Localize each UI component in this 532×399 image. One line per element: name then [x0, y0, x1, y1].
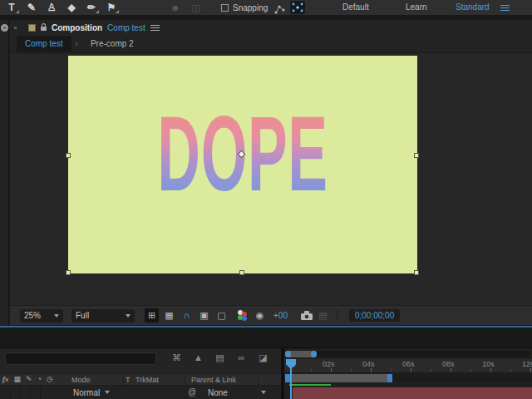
- workspace-default[interactable]: Default: [342, 0, 369, 15]
- av-column-divider: [30, 387, 31, 399]
- motion-blur-icon[interactable]: ◪: [257, 352, 269, 364]
- column-divider[interactable]: [123, 374, 124, 385]
- tick-mark: [490, 368, 491, 372]
- panel-menu-icon[interactable]: [150, 25, 160, 31]
- clone-stamp-tool-icon[interactable]: ♙: [42, 0, 62, 15]
- mini-flowchart-icon[interactable]: ⌘: [170, 352, 183, 364]
- tab-pre-comp-2[interactable]: Pre-comp 2: [82, 36, 142, 52]
- resolution-dropdown[interactable]: Full: [71, 309, 135, 323]
- selection-handle-bottom-left[interactable]: [66, 270, 71, 275]
- magnification-dropdown[interactable]: 25%: [20, 309, 63, 323]
- region-of-interest-icon[interactable]: ▣: [197, 308, 211, 323]
- collapsed-panel-strip[interactable]: »: [0, 20, 9, 327]
- puppet-pin-tool-icon[interactable]: ⚑: [101, 0, 121, 15]
- pane-toggle-icons: fx ▦ ✎ ◔ ◷: [2, 375, 53, 383]
- composition-panel-header[interactable]: Composition Comp test: [10, 20, 532, 35]
- snapping-control[interactable]: Snapping: [221, 0, 268, 15]
- av-column-divider: [10, 387, 11, 399]
- chevron-down-icon: [261, 391, 266, 394]
- tick-label: 06s: [402, 360, 415, 368]
- tick-mark: [431, 369, 431, 372]
- workspace-learn[interactable]: Learn: [406, 0, 427, 15]
- blend-mode-dropdown[interactable]: Normal: [73, 387, 110, 398]
- navigator-handle-right[interactable]: [311, 351, 317, 357]
- column-divider[interactable]: [258, 374, 259, 385]
- composition-panel: Composition Comp test Comp test ‹ Pre-co…: [10, 20, 532, 326]
- expand-panel-icon[interactable]: »: [1, 24, 8, 32]
- selection-handle-bottom-right[interactable]: [414, 270, 419, 275]
- frame-blending-icon[interactable]: ∞: [235, 352, 248, 364]
- chevron-down-icon: [54, 314, 59, 318]
- type-tool-icon[interactable]: T: [2, 0, 22, 15]
- mask-visibility-icon[interactable]: ∩: [180, 308, 194, 323]
- in-out-panes-icon[interactable]: ✎: [26, 375, 32, 383]
- tick-mark: [371, 368, 372, 372]
- roto-brush-tool-icon[interactable]: ✏: [81, 0, 101, 15]
- current-time-display[interactable]: 0;00;00;00: [349, 309, 400, 322]
- draft-3d-icon[interactable]: ▲: [192, 352, 204, 364]
- timeline-navigator-bar[interactable]: [285, 351, 317, 357]
- panel-grip-icon: [14, 27, 17, 29]
- av-column-divider: [20, 387, 21, 399]
- zoom-level: 25%: [24, 311, 41, 320]
- pickwhip-icon[interactable]: @: [188, 387, 196, 397]
- exposure-value[interactable]: +00: [273, 311, 288, 320]
- clock-icon[interactable]: ◷: [47, 375, 53, 383]
- work-area-end-handle[interactable]: [387, 374, 392, 382]
- tick-mark: [470, 369, 471, 372]
- workspace-menu-icon[interactable]: [500, 5, 510, 11]
- selection-handle-right[interactable]: [414, 153, 419, 158]
- viewer-icon-group: ⊞ ▦ ∩ ▣ ▢: [145, 308, 229, 323]
- navigator-handle-left[interactable]: [285, 351, 291, 357]
- transfer-controls-icon[interactable]: ▦: [14, 375, 22, 383]
- shy-layers-icon[interactable]: ▤: [214, 352, 226, 364]
- resolution-value: Full: [76, 311, 89, 320]
- brush-tool-icon[interactable]: ✎: [22, 0, 42, 15]
- work-area-bar[interactable]: [285, 374, 392, 382]
- tick-label: 02s: [323, 360, 335, 368]
- column-t[interactable]: T: [126, 376, 131, 384]
- blend-mode-value: Normal: [73, 388, 100, 397]
- lock-icon[interactable]: [41, 27, 47, 31]
- tab-comp-test[interactable]: Comp test: [17, 36, 71, 52]
- snapping-checkbox[interactable]: [221, 4, 229, 12]
- parent-value: None: [208, 388, 228, 397]
- snapshot-camera-icon[interactable]: [301, 308, 313, 323]
- playhead-line[interactable]: [290, 368, 292, 399]
- tick-mark: [411, 368, 411, 372]
- timeline-navigator-track[interactable]: [285, 351, 530, 357]
- tick-mark: [311, 369, 312, 372]
- selection-handle-bottom-center[interactable]: [239, 270, 244, 275]
- column-mode[interactable]: Mode: [71, 376, 91, 384]
- timeline-panel: ⌘ ▲ ▤ ∞ ◪ fx ▦ ✎ ◔ ◷ Mode T TrkMat: [0, 347, 532, 399]
- composition-canvas[interactable]: DOPE: [68, 56, 417, 273]
- composition-viewer[interactable]: DOPE: [10, 53, 532, 305]
- panel-gap: [0, 328, 532, 347]
- time-ruler[interactable]: 0s 02s 04s 06s 08s 10s 12s: [284, 359, 532, 373]
- panel-comp-name[interactable]: Comp test: [107, 23, 145, 32]
- column-parent-link[interactable]: Parent & Link: [191, 376, 236, 384]
- tick-mark: [530, 368, 531, 372]
- reset-exposure-icon[interactable]: ◉: [253, 308, 267, 323]
- timeline-track-area: 0s 02s 04s 06s 08s 10s 12s: [284, 348, 532, 399]
- capture-region-icon[interactable]: [290, 1, 305, 14]
- tick-mark: [451, 368, 451, 372]
- eraser-tool-icon[interactable]: ◆: [62, 0, 81, 15]
- grid-guides-icon[interactable]: ⊞: [145, 308, 159, 323]
- parent-dropdown[interactable]: None: [208, 387, 266, 398]
- layer-switches-icon[interactable]: fx: [2, 375, 9, 383]
- toggle-viewer-icon[interactable]: ▢: [214, 308, 229, 323]
- transparency-grid-icon[interactable]: ▦: [162, 308, 176, 323]
- selection-handle-left[interactable]: [66, 153, 71, 158]
- timeline-search-input[interactable]: [5, 352, 156, 365]
- layer-duration-bar[interactable]: [293, 387, 532, 399]
- column-divider[interactable]: [185, 374, 185, 385]
- column-trkmat[interactable]: TrkMat: [135, 376, 159, 384]
- workspace-standard[interactable]: Standard: [456, 0, 490, 15]
- render-time-icon[interactable]: ◔: [37, 375, 42, 383]
- toolbar-separator: [337, 310, 337, 322]
- tick-label: 12s: [522, 360, 532, 368]
- tick-mark: [331, 368, 332, 372]
- channel-settings-icon[interactable]: [237, 310, 248, 321]
- viewer-tab-bar: Comp test ‹ Pre-comp 2: [10, 35, 532, 53]
